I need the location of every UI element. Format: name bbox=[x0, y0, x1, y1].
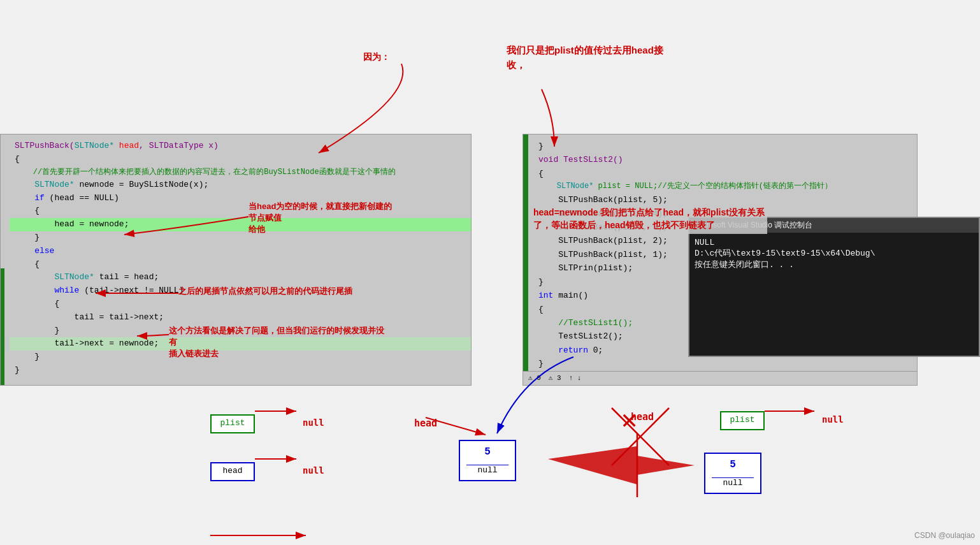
diag-node-5-right: 5 null bbox=[704, 453, 761, 494]
console-line-2: D:\c代码\text9-15\text9-15\x64\Debug\ bbox=[695, 247, 974, 259]
console-content: NULL D:\c代码\text9-15\text9-15\x64\Debug\… bbox=[689, 233, 979, 275]
code-line-14: { bbox=[10, 298, 471, 311]
code-line-1: SLTPushBack(SLTNode* head, SLTDataType x… bbox=[10, 140, 471, 153]
status-bar: ⚠ 0 ⚠ 3 ↑ ↓ bbox=[523, 371, 917, 385]
code-line-9: else bbox=[10, 245, 471, 258]
annotation-head-empty: 当head为空的时候，就直接把新创建的节点赋值给他 bbox=[249, 201, 395, 236]
annotation-plist-head: 我们只是把plist的值传过去用head接收， bbox=[507, 43, 663, 72]
r-line-4: { bbox=[533, 167, 912, 180]
code-line-3: //首先要开辟一个结构体来把要插入的数据的内容写进去，在之前的BuySListN… bbox=[10, 166, 471, 178]
left-indicator-bar bbox=[1, 268, 4, 386]
watermark: CSDN @oulaqiao bbox=[914, 531, 975, 540]
code-line-4: SLTNode* newnode = BuySListNode(x); bbox=[10, 178, 471, 192]
diag-plist-box-right: plist bbox=[720, 411, 765, 430]
diag-plist-box: plist bbox=[210, 414, 255, 433]
annotation-problem: 这个方法看似是解决了问题，但当我们运行的时候发现并没有插入链表进去 bbox=[169, 325, 386, 360]
code-line-2: { bbox=[10, 153, 471, 166]
r-line-20: } bbox=[533, 357, 912, 370]
code-line-10: { bbox=[10, 258, 471, 272]
code-line-7-highlighted: head = newnode; bbox=[10, 218, 471, 231]
annotation-tail-insert: 之后的尾插节点依然可以用之前的代码进行尾插 bbox=[178, 286, 352, 297]
annotation-head-node: head=newnode 我们把节点给了head，就和plist没有关系了，等出… bbox=[531, 204, 767, 234]
code-line-6: { bbox=[10, 205, 471, 218]
code-line-15: tail = tail->next; bbox=[10, 311, 471, 324]
code-line-5: if (head == NULL) bbox=[10, 192, 471, 205]
code-line-20: } bbox=[10, 364, 471, 377]
diag-null-plist-right: null bbox=[822, 414, 844, 425]
code-line-8: } bbox=[10, 231, 471, 245]
diagram-section: plist null head null head 5 null head ✕ … bbox=[0, 395, 980, 545]
diag-null-1: null bbox=[303, 418, 324, 428]
r-line-1: } bbox=[533, 140, 912, 153]
annotation-yinwei: 因为： bbox=[363, 51, 390, 64]
diag-null-2: null bbox=[303, 465, 324, 476]
r-line-3: void TestSList2() bbox=[533, 153, 912, 166]
diag-node-5: 5 null bbox=[459, 440, 516, 481]
console-line-1: NULL bbox=[695, 238, 974, 247]
right-indicator-bar bbox=[523, 134, 528, 385]
diag-head-box: head bbox=[210, 462, 255, 481]
diag-head-label-2: head bbox=[414, 418, 437, 429]
r-line-5: SLTNode* plist = NULL;//先定义一个空的结构体指针(链表的… bbox=[533, 180, 912, 193]
console-line-3: 按任意键关闭此窗口. . . bbox=[695, 259, 974, 270]
code-line-11: SLTNode* tail = head; bbox=[10, 271, 471, 284]
console-panel: Microsoft Visual Studio 调试控制台 NULL D:\c代… bbox=[688, 217, 980, 357]
cross-mark-head: ✕ bbox=[621, 408, 637, 435]
